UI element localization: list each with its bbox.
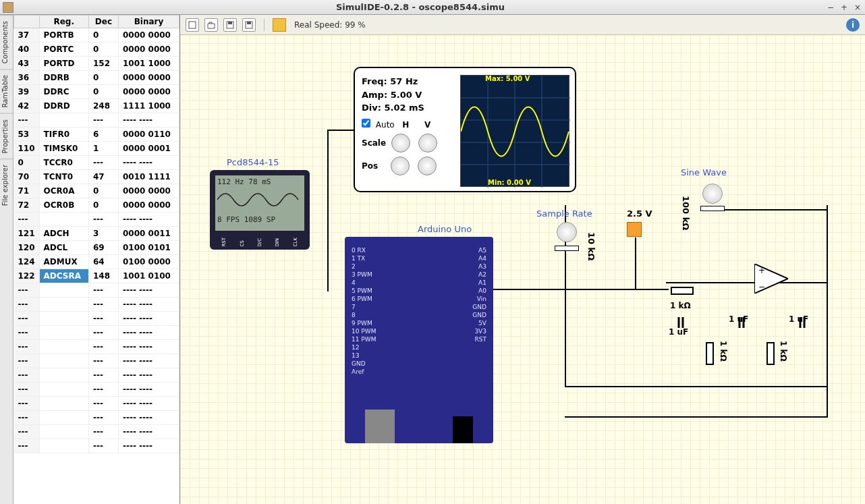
lcd-pin: RST [221,237,227,247]
arduino-usb [365,410,395,443]
table-row[interactable]: ---------- ---- [14,213,179,227]
arduino-pin: A1 [472,279,486,287]
arduino-pin: 10 PWM [352,327,376,335]
table-row[interactable]: 40PORTC00000 0000 [14,43,179,57]
scope-scale-v-knob[interactable] [418,134,437,152]
table-row[interactable]: 122ADCSRA1481001 0100 [14,269,179,283]
ram-table-panel: Reg. Dec Binary 37PORTB00000 000040PORTC… [13,15,180,504]
table-row[interactable]: 121ADCH30000 0011 [14,227,179,241]
table-row[interactable]: 43PORTD1521001 1000 [14,57,179,71]
info-button[interactable]: i [846,18,860,32]
resistor-1k-a[interactable] [669,286,696,296]
table-row[interactable]: 110TIMSK010000 0001 [14,142,179,156]
sample-rate-label: Sample Rate [536,208,592,219]
arduino-pin: 5 PWM [352,287,376,295]
table-row[interactable]: ---------- ---- [14,340,179,354]
table-row[interactable]: ---------- ---- [14,439,179,453]
table-row[interactable]: ---------- ---- [14,411,179,425]
sinewave-label: Sine Wave [681,167,727,177]
arduino-pin: GND [352,360,376,368]
save-file-button[interactable] [223,18,237,32]
oscilloscope[interactable]: Freq: 57 Hz Amp: 5.00 V Div: 5.02 mS Aut… [354,67,576,192]
table-row[interactable]: ---------- ---- [14,425,179,439]
run-stop-button[interactable] [273,18,286,32]
tab-file-explorer[interactable]: File explorer [0,159,13,211]
scope-max-label: Max: 5.00 V [485,75,530,82]
tab-properties[interactable]: Properties [0,113,13,159]
arduino-pin: 6 PWM [352,295,376,303]
table-row[interactable]: 71OCR0A00000 0000 [14,184,179,198]
close-button[interactable]: × [853,3,862,12]
table-row[interactable]: 53TIFR060000 0110 [14,128,179,142]
save-as-button[interactable] [242,18,256,32]
sinewave-pot[interactable] [700,206,725,211]
tab-components[interactable]: Components [0,15,13,69]
arduino-uno[interactable]: 0 RX1 TX23 PWM45 PWM6 PWM789 PWM10 PWM11… [345,237,493,443]
sample-rate-pot[interactable] [555,246,579,251]
lcd-label: Pcd8544-15 [227,157,279,167]
scope-auto-checkbox[interactable] [362,119,370,128]
table-row[interactable]: ---------- ---- [14,113,179,128]
arduino-pin: 4 [352,279,376,287]
scope-pos-label: Pos [362,161,378,170]
scope-auto-label: Auto [376,120,395,130]
table-row[interactable]: 42DDRD2481111 1000 [14,99,179,113]
table-row[interactable]: 70TCNT0470010 1111 [14,170,179,184]
arduino-pin: A0 [472,287,486,295]
table-row[interactable]: ---------- ---- [14,326,179,340]
table-row[interactable]: 72OCR0B00000 0000 [14,198,179,213]
voltage-source[interactable] [627,222,642,237]
arduino-pin: A2 [472,271,486,279]
capacitor-1u-b[interactable] [733,317,750,328]
titlebar: SimulIDE-0.2.8 - oscope8544.simu − + × [0,0,865,15]
table-row[interactable]: 120ADCL690100 0101 [14,241,179,255]
open-file-button[interactable] [204,18,218,32]
scope-amp-label: Amp: [362,90,387,100]
lcd-line2: 8 FPS 1089 SP [217,215,302,224]
table-row[interactable]: ---------- ---- [14,312,179,326]
lcd-pin: CLK [293,237,298,247]
table-row[interactable]: ---------- ---- [14,397,179,411]
circuit-canvas[interactable]: Real Speed: 99 % i Freq: 57 Hz Amp: 5.00… [180,15,865,504]
arduino-pin: Aref [352,368,376,376]
svg-rect-22 [706,343,713,364]
table-row[interactable]: ---------- ---- [14,283,179,298]
arduino-pin: Vin [472,295,486,303]
table-row[interactable]: ---------- ---- [14,368,179,383]
arduino-pin: A4 [472,254,486,262]
table-row[interactable]: ---------- ---- [14,383,179,397]
table-row[interactable]: 124ADMUX640100 0000 [14,255,179,269]
resistor-1k-b[interactable] [705,340,715,367]
resistor-1k-c[interactable] [766,340,775,367]
capacitor-1u-c[interactable] [794,317,810,328]
capacitor-1u-a[interactable] [673,317,689,328]
table-row[interactable]: 39DDRC00000 0000 [14,85,179,99]
table-row[interactable]: 36DDRB00000 0000 [14,71,179,85]
table-row[interactable]: 0TCCR0------- ---- [14,156,179,170]
minimize-button[interactable]: − [826,3,835,12]
arduino-pin: 5V [472,319,486,327]
lcd-pcd8544[interactable]: 112 Hz 78 mS 8 FPS 1089 SP RSTCSD/CDINCL… [210,170,310,250]
new-file-button[interactable] [186,18,199,32]
table-row[interactable]: ---------- ---- [14,354,179,368]
register-table[interactable]: Reg. Dec Binary 37PORTB00000 000040PORTC… [13,15,179,453]
tab-ramtable[interactable]: RamTable [0,69,13,113]
arduino-pin: 1 TX [352,254,376,262]
scope-pos-v-knob[interactable] [418,157,437,175]
opamp[interactable]: +− [754,264,788,293]
scope-screen: Max: 5.00 V Min: 0.00 V [460,75,569,187]
sinewave-knob[interactable] [702,184,723,204]
sample-rate-knob[interactable] [557,222,577,242]
scope-pos-h-knob[interactable] [391,157,410,175]
scope-div-value: 5.02 mS [384,103,424,113]
scope-div-label: Div: [362,103,381,113]
window-title: SimulIDE-0.2.8 - oscope8544.simu [19,2,822,12]
c-1u-a-label: 1 uF [669,327,688,337]
scope-scale-h-knob[interactable] [391,134,410,152]
arduino-pin: 9 PWM [352,319,376,327]
maximize-button[interactable]: + [839,3,849,12]
table-row[interactable]: ---------- ---- [14,298,179,312]
table-row[interactable]: 37PORTB00000 0000 [14,28,179,43]
scope-amp-value: 5.00 V [391,90,422,100]
lcd-pin: D/C [257,237,262,247]
